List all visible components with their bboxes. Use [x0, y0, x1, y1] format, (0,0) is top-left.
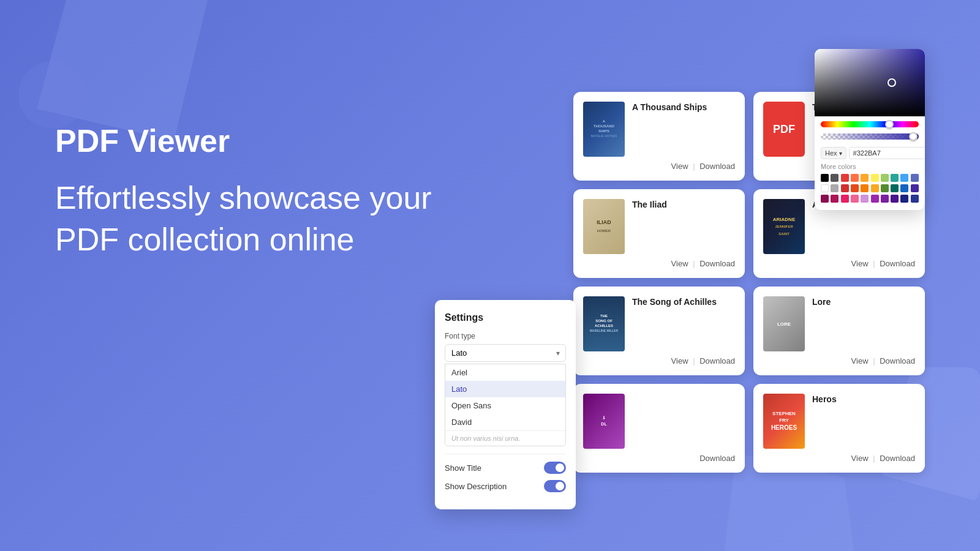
- download-link-achilles[interactable]: Download: [699, 356, 735, 365]
- swatch-23[interactable]: [841, 195, 849, 203]
- book-cover-iliad: ILIADHOMER: [583, 199, 625, 254]
- book-actions-lore: View | Download: [763, 356, 915, 365]
- show-title-label: Show Title: [445, 463, 481, 473]
- swatch-28[interactable]: [891, 195, 899, 203]
- book-title-iliad: The Iliad: [632, 199, 667, 210]
- view-link-iliad[interactable]: View: [671, 259, 688, 268]
- swatch-11[interactable]: [821, 184, 829, 192]
- book-card-top-5: THESONG OFACHILLESMADELINE MILLER The So…: [583, 296, 735, 351]
- color-swatches-row3: [821, 195, 919, 203]
- show-description-label: Show Description: [445, 482, 507, 491]
- color-gradient-canvas[interactable]: [815, 49, 925, 116]
- swatch-8[interactable]: [891, 174, 899, 182]
- book-title-heros: Heros: [812, 394, 837, 405]
- download-link-iliad[interactable]: Download: [699, 259, 735, 268]
- swatch-30[interactable]: [911, 195, 919, 203]
- view-link-heros[interactable]: View: [851, 454, 869, 463]
- swatch-10[interactable]: [911, 174, 919, 182]
- show-description-toggle[interactable]: [544, 480, 566, 492]
- swatch-4[interactable]: [851, 174, 859, 182]
- book-actions-thousand-ships: View | Download: [583, 162, 735, 171]
- book-cover-pdf: PDF: [763, 102, 805, 157]
- font-option-lato-item[interactable]: Lato: [445, 381, 565, 397]
- swatch-20[interactable]: [911, 184, 919, 192]
- swatch-5[interactable]: [861, 174, 869, 182]
- swatch-17[interactable]: [881, 184, 889, 192]
- book-actions-heros: View | Download: [763, 454, 915, 463]
- settings-title: Settings: [445, 312, 566, 323]
- swatch-9[interactable]: [900, 174, 908, 182]
- swatch-25[interactable]: [861, 195, 869, 203]
- app-title: PDF Viewer: [55, 122, 435, 159]
- download-link-heros[interactable]: Download: [880, 454, 915, 463]
- book-card-iliad: ILIADHOMER The Iliad View | Download: [573, 189, 745, 278]
- download-link-ariadne[interactable]: Download: [880, 259, 915, 268]
- book-cover-lore: LORE: [763, 296, 805, 351]
- show-title-row: Show Title: [445, 462, 566, 474]
- separator: |: [691, 162, 698, 171]
- alpha-slider[interactable]: [821, 133, 919, 140]
- color-picker-controls: Hex ▾ More colors: [815, 116, 925, 210]
- swatch-3[interactable]: [841, 174, 849, 182]
- book-card-top: ATHOUSANDSHIPSNATALIE HAYNES A Thousand …: [583, 102, 735, 157]
- separator-6: |: [871, 356, 878, 365]
- format-label: Hex: [825, 149, 837, 157]
- swatch-14[interactable]: [851, 184, 859, 192]
- swatch-29[interactable]: [900, 195, 908, 203]
- view-link-thousand-ships[interactable]: View: [671, 162, 688, 171]
- color-picker-cursor: [888, 78, 896, 87]
- hex-input[interactable]: [849, 147, 925, 159]
- color-swatches-row2: [821, 184, 919, 192]
- book-card-top-7: ⇩DL: [583, 394, 735, 449]
- view-link-ariadne[interactable]: View: [851, 259, 869, 268]
- hue-slider[interactable]: [821, 121, 919, 127]
- book-actions-achilles: View | Download: [583, 356, 735, 365]
- swatch-2[interactable]: [831, 174, 839, 182]
- show-title-toggle[interactable]: [544, 462, 566, 474]
- hue-slider-thumb: [885, 120, 894, 129]
- download-link-download[interactable]: Download: [699, 454, 735, 463]
- book-card-lore: LORE Lore View | Download: [753, 287, 925, 375]
- left-content: PDF Viewer Effortlessly showcase your PD…: [55, 122, 435, 260]
- font-option-david-item[interactable]: David: [445, 414, 565, 430]
- swatch-1[interactable]: [821, 174, 829, 182]
- book-card-top-6: LORE Lore: [763, 296, 915, 351]
- app-subtitle: Effortlessly showcase your PDF collectio…: [55, 178, 435, 260]
- swatch-24[interactable]: [851, 195, 859, 203]
- swatch-18[interactable]: [891, 184, 899, 192]
- view-link-lore[interactable]: View: [851, 356, 869, 365]
- swatch-19[interactable]: [900, 184, 908, 192]
- view-link-achilles[interactable]: View: [671, 356, 688, 365]
- swatch-26[interactable]: [871, 195, 879, 203]
- swatch-15[interactable]: [861, 184, 869, 192]
- book-cover-heros: STEPHENFRYHEROES: [763, 394, 805, 449]
- swatch-6[interactable]: [871, 174, 879, 182]
- show-description-row: Show Description: [445, 480, 566, 492]
- chevron-down-icon-format: ▾: [839, 150, 842, 157]
- book-card-achilles: THESONG OFACHILLESMADELINE MILLER The So…: [573, 287, 745, 375]
- download-link-lore[interactable]: Download: [880, 356, 915, 365]
- font-select[interactable]: Ariel Lato Open Sans David: [445, 344, 566, 362]
- color-swatches-row1: [821, 174, 919, 182]
- swatch-27[interactable]: [881, 195, 889, 203]
- separator-3: |: [691, 259, 698, 268]
- download-link-thousand-ships[interactable]: Download: [699, 162, 735, 171]
- swatch-7[interactable]: [881, 174, 889, 182]
- font-type-label: Font type: [445, 332, 566, 340]
- swatch-21[interactable]: [821, 195, 829, 203]
- font-option-ariel-item[interactable]: Ariel: [445, 364, 565, 381]
- separator-5: |: [691, 356, 698, 365]
- swatch-16[interactable]: [871, 184, 879, 192]
- color-picker-input-row: Hex ▾: [821, 147, 919, 159]
- book-cover-download: ⇩DL: [583, 394, 625, 449]
- swatch-13[interactable]: [841, 184, 849, 192]
- swatch-22[interactable]: [831, 195, 839, 203]
- book-actions-ariadne: View | Download: [763, 259, 915, 268]
- font-option-opensans-item[interactable]: Open Sans: [445, 397, 565, 414]
- alpha-slider-wrapper: [821, 133, 919, 142]
- separator-8: |: [871, 454, 878, 463]
- hue-slider-wrapper: [821, 121, 919, 130]
- swatch-12[interactable]: [831, 184, 839, 192]
- color-format-selector[interactable]: Hex ▾: [821, 147, 846, 159]
- separator-4: |: [871, 259, 878, 268]
